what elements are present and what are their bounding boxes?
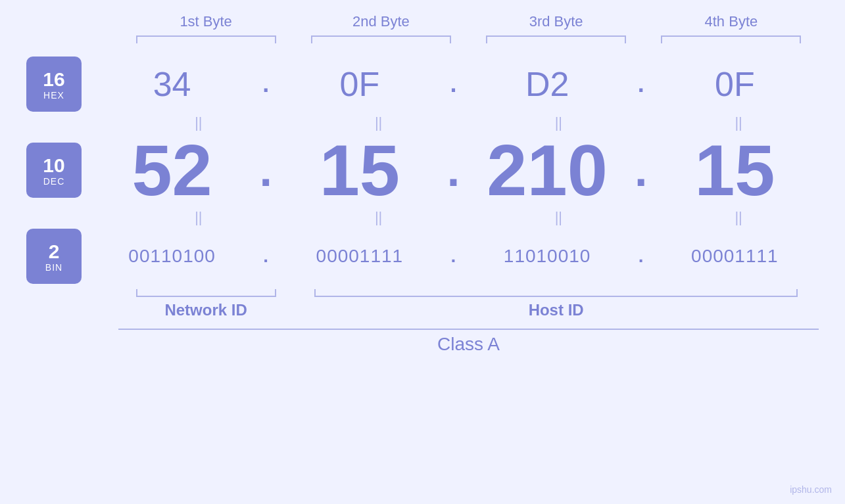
bin-byte3-cell: 11010010 [464,246,631,267]
bottom-bracket-cell-234 [293,289,819,297]
hex-base-label: HEX [43,90,64,101]
hex-byte4: 0F [715,64,755,104]
bin-dot1: . [256,246,276,267]
ip-breakdown-container: 1st Byte 2nd Byte 3rd Byte 4th Byte 16 H… [0,0,845,504]
byte3-header: 3rd Byte [469,13,644,35]
hex-byte4-cell: 0F [651,64,819,104]
bracket-line-1 [136,35,276,43]
dec-dot2: . [444,144,464,196]
bottom-bracket-cell-1 [118,289,293,297]
dec-row: 10 DEC 52 . 15 . 210 . 15 [26,134,819,206]
bracket-cell-1 [118,35,293,43]
hex-byte1-cell: 34 [88,64,256,104]
bin-base-number: 2 [49,241,60,262]
eq2-sep1 [279,209,299,226]
bin-dot2: . [444,246,464,267]
hex-base-number: 16 [43,68,64,90]
hex-row: 16 HEX 34 . 0F . D2 . 0F [26,57,819,112]
network-id-label: Network ID [118,301,293,319]
hex-byte3-cell: D2 [464,64,631,104]
eq2-sep2 [459,209,479,226]
bracket-cell-3 [469,35,644,43]
eq1-sep3 [639,114,658,131]
eq2-cell2: || [299,209,459,226]
bottom-bracket-line-1 [136,289,276,297]
bin-byte1-cell: 00110100 [88,246,256,267]
bin-byte3: 11010010 [504,246,591,267]
top-brackets [26,35,819,43]
hex-badge: 16 HEX [26,57,82,112]
eq2-cell4: || [658,209,819,226]
dec-badge: 10 DEC [26,143,82,198]
bin-byte4-cell: 00001111 [651,246,819,267]
eq2-cell3: || [479,209,639,226]
bracket-line-3 [486,35,626,43]
bin-byte1: 00110100 [128,246,216,267]
hex-dot1: . [256,70,276,98]
byte4-header: 4th Byte [644,13,819,35]
bin-bytes: 00110100 . 00001111 . 11010010 . 0000111… [88,246,819,267]
eq1-sep1 [279,114,299,131]
eq2-sep3 [639,209,658,226]
dec-byte2: 15 [320,134,400,206]
dec-base-number: 10 [43,154,64,176]
dec-byte4: 15 [694,134,775,206]
dec-byte4-cell: 15 [651,134,819,206]
bin-base-label: BIN [45,262,62,273]
dec-byte1: 52 [132,134,212,206]
bracket-cell-2 [293,35,468,43]
bin-badge: 2 BIN [26,229,82,284]
class-line [118,329,819,330]
dec-base-label: DEC [43,176,65,187]
dec-bytes: 52 . 15 . 210 . 15 [88,134,819,206]
hex-byte2: 0F [340,64,380,104]
bin-byte4: 00001111 [691,246,779,267]
dec-byte3: 210 [487,134,608,206]
equals-row-2: || || || || [26,209,819,226]
id-labels-row: Network ID Host ID [26,301,819,319]
dec-byte3-cell: 210 [464,134,631,206]
hex-byte2-cell: 0F [276,64,443,104]
hex-dot3: . [631,70,651,98]
bin-byte2-cell: 00001111 [276,246,443,267]
bracket-line-4 [661,35,801,43]
watermark: ipshu.com [790,484,832,495]
hex-byte1: 34 [153,64,191,104]
host-id-label: Host ID [293,301,819,319]
bin-byte2: 00001111 [316,246,404,267]
bottom-bracket-line-234 [314,289,798,297]
hex-dot2: . [444,70,464,98]
class-label: Class A [118,334,819,355]
dec-dot1: . [256,144,276,196]
dec-byte2-cell: 15 [276,134,443,206]
eq2-cell1: || [118,209,279,226]
byte2-header: 2nd Byte [293,13,468,35]
bracket-line-2 [311,35,451,43]
dec-dot3: . [631,144,651,196]
eq1-sep2 [459,114,479,131]
bottom-brackets [26,289,819,297]
bracket-cell-4 [644,35,819,43]
class-section: Class A [26,329,819,355]
hex-byte3: D2 [525,64,569,104]
bin-dot3: . [631,246,651,267]
byte1-header: 1st Byte [118,13,293,35]
hex-bytes: 34 . 0F . D2 . 0F [88,64,819,104]
byte-headers-row: 1st Byte 2nd Byte 3rd Byte 4th Byte [26,13,819,35]
dec-byte1-cell: 52 [88,134,256,206]
bin-row: 2 BIN 00110100 . 00001111 . 11010010 . 0… [26,229,819,284]
